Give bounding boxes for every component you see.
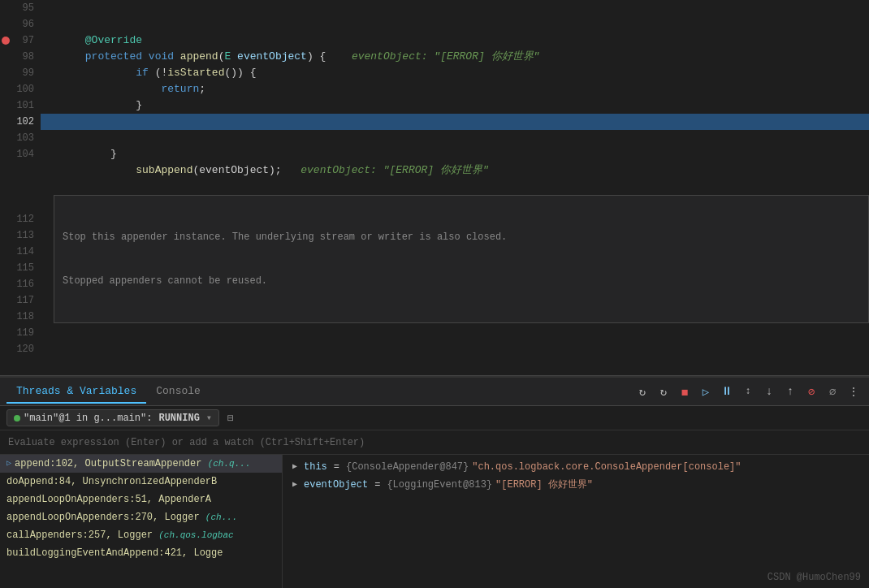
doc-line-2: Stopped appenders cannot be reused. [63,274,860,288]
breakpoint-icon-97 [2,37,10,45]
code-line-107 [41,356,869,372]
frame-0-text: append:102, OutputStreamAppender (ch.q..… [15,455,250,473]
evaluate-bar[interactable]: Evaluate expression (Enter) or add a wat… [0,430,869,455]
line-num-97: 97 [0,32,34,49]
call-stack-frame-4[interactable]: callAppenders:257, Logger (ch.qos.logbac [0,526,282,544]
code-line-doc1: Stop this appender instance. The underly… [41,162,869,356]
line-number-gutter: 95 96 97 98 99 100 101 102 103 104 112 1… [0,0,41,375]
step-into-method-button[interactable]: ↓ [760,383,778,400]
var-ref-eventObject: {LoggingEvent@813} [387,476,492,494]
frame-5-text: buildLoggingEventAndAppend:421, Logge [6,544,223,562]
debug-tabs-bar: Threads & Variables Console ↻ ↻ ◼ ▷ ⏸ ↕ … [0,378,869,406]
code-line-104 [41,146,869,162]
debug-content: ▷ append:102, OutputStreamAppender (ch.q… [0,455,869,588]
variables-panel: ▶ this = {ConsoleAppender@847} "ch.qos.l… [283,455,869,588]
step-into-button[interactable]: ↕ [739,383,757,400]
call-stack-frame-2[interactable]: appendLoopOnAppenders:51, AppenderA [0,491,282,508]
stop-button[interactable]: ◼ [676,383,694,400]
line-num-104: 104 [0,146,34,162]
thread-status: RUNNING [158,413,199,424]
running-status-dot [14,415,20,422]
code-line-96: @Override [41,16,869,32]
resume-button[interactable]: ↻ [655,383,672,400]
code-line-102: subAppend(eventObject); eventObject: "[E… [41,114,869,130]
line-num-114: 114 [0,244,34,260]
clear-button[interactable]: ∅ [824,383,841,400]
frame-2-text: appendLoopOnAppenders:51, AppenderA [6,491,211,508]
line-num-116: 116 [0,276,34,292]
line-num-118: 118 [0,309,34,325]
code-line-98: if (!isStarted()) { [41,49,869,65]
call-stack-frame-3[interactable]: appendLoopOnAppenders:270, Logger (ch... [0,508,282,526]
pause-button[interactable]: ⏸ [718,383,736,400]
filter-icon[interactable]: ⊟ [227,412,234,425]
var-item-this[interactable]: ▶ this = {ConsoleAppender@847} "ch.qos.l… [283,458,869,476]
code-line-99: return; [41,65,869,81]
code-line-103: } [41,130,869,146]
code-line-97: protected void append(E eventObject) { e… [41,32,869,49]
expand-arrow-eventObject: ▶ [292,476,300,494]
line-num-101: 101 [0,97,34,114]
call-stack-frame-5[interactable]: buildLoggingEventAndAppend:421, Logge [0,544,282,562]
line-num-100: 100 [0,81,34,97]
var-val-this: "ch.qos.logback.core.ConsoleAppender[con… [472,458,741,476]
code-line-100: } [41,81,869,97]
code-line-95 [41,0,869,16]
tab-threads-variables[interactable]: Threads & Variables [6,380,146,404]
debug-panel: Threads & Variables Console ↻ ↻ ◼ ▷ ⏸ ↕ … [0,378,869,588]
step-out-button[interactable]: ↑ [781,383,799,400]
thread-selector-dropdown[interactable]: "main"@1 in g...main": RUNNING ▾ [6,409,219,426]
code-line-101 [41,97,869,114]
line-num-95: 95 [0,0,34,16]
line-num-112: 112 [0,211,34,227]
var-eq-this: = [334,458,339,476]
var-item-eventObject[interactable]: ▶ eventObject = {LoggingEvent@813} "[ERR… [283,476,869,494]
line-num-106 [0,179,34,195]
debug-toolbar: ↻ ↻ ◼ ▷ ⏸ ↕ ↓ ↑ ⊘ ∅ ⋮ [633,383,869,400]
line-num-105 [0,162,34,179]
line-num-96: 96 [0,16,34,32]
frame-4-text: callAppenders:257, Logger (ch.qos.logbac [6,526,234,544]
thread-selector-row: "main"@1 in g...main": RUNNING ▾ ⊟ [0,406,869,430]
var-name-this: this [304,458,327,476]
line-num-102: 102 [0,114,34,130]
line-num-103: 103 [0,130,34,146]
call-stack-panel: ▷ append:102, OutputStreamAppender (ch.q… [0,455,283,588]
thread-label: "main"@1 in g...main": [24,413,152,424]
var-eq-eventObject: = [374,476,380,494]
line-num-117: 117 [0,292,34,309]
watermark: CSDN @HumoChen99 [767,572,861,583]
tab-console[interactable]: Console [146,380,210,404]
line-num-99: 99 [0,65,34,81]
call-stack-frame-1[interactable]: doAppend:84, UnsynchronizedAppenderB [0,473,282,491]
line-num-115: 115 [0,260,34,276]
var-val-eventObject: "[ERROR] 你好世界" [495,476,593,494]
line-num-119: 119 [0,325,34,341]
call-stack-frame-0[interactable]: ▷ append:102, OutputStreamAppender (ch.q… [0,455,282,473]
line-num-113: 113 [0,227,34,244]
doc-popup: Stop this appender instance. The underly… [54,195,869,323]
step-over-button[interactable]: ▷ [697,383,715,400]
frame-3-text: appendLoopOnAppenders:270, Logger (ch... [6,508,237,526]
line-num-107 [0,195,34,211]
line-num-98: 98 [0,49,34,65]
code-line-112: public void stop() { ⚙ ⚙ [41,372,869,375]
line-num-120: 120 [0,341,34,357]
chevron-down-icon: ▾ [206,412,212,424]
active-frame-arrow-icon: ▷ [6,455,11,473]
mute-button[interactable]: ⊘ [802,383,820,400]
restart-button[interactable]: ↻ [633,383,651,400]
var-name-eventObject: eventObject [304,476,368,494]
more-button[interactable]: ⋮ [845,383,863,400]
code-editor[interactable]: @Override protected void append(E eventO… [41,0,869,375]
expand-arrow-this: ▶ [292,458,300,476]
evaluate-placeholder: Evaluate expression (Enter) or add a wat… [8,437,365,448]
var-ref-this: {ConsoleAppender@847} [346,458,469,476]
doc-line-1: Stop this appender instance. The underly… [63,230,860,244]
editor-area: 95 96 97 98 99 100 101 102 103 104 112 1… [0,0,869,375]
frame-1-text: doAppend:84, UnsynchronizedAppenderB [6,473,217,491]
